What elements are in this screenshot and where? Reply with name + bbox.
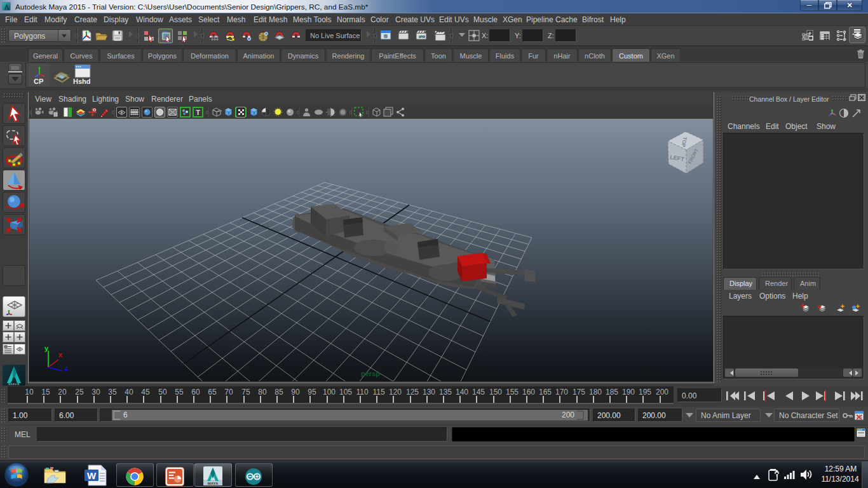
svg-text:z: z: [65, 364, 69, 372]
svg-text:IPR: IPR: [419, 35, 426, 39]
svg-text:x: x: [58, 351, 63, 358]
svg-text:y: y: [44, 344, 49, 352]
svg-text:T: T: [196, 109, 200, 116]
svg-text:MAYA: MAYA: [8, 383, 20, 385]
svg-text:MAYA: MAYA: [208, 482, 219, 485]
svg-text:persp: persp: [361, 370, 380, 377]
svg-text:W: W: [87, 470, 97, 481]
